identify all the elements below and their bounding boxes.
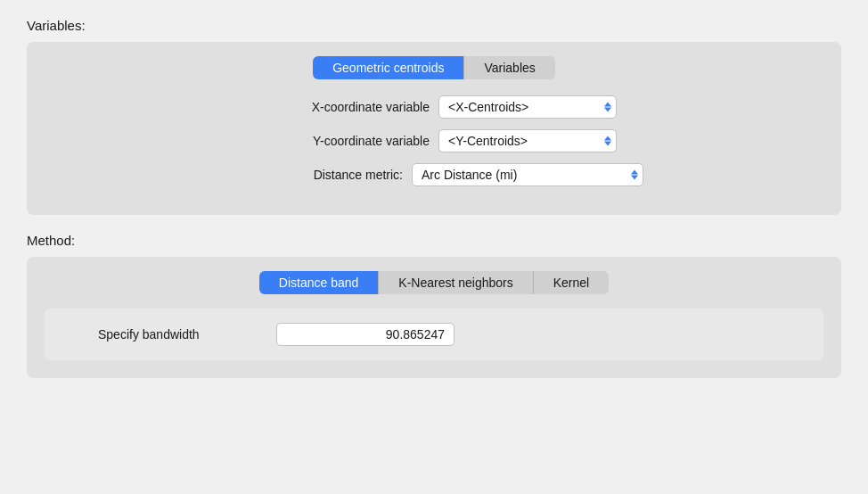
method-section: Method: Distance band K-Nearest neighbor…: [27, 233, 841, 378]
distance-metric-label: Distance metric:: [225, 168, 403, 182]
x-coordinate-select-wrapper: <X-Centroids>: [438, 95, 617, 119]
y-coordinate-label: Y-coordinate variable: [251, 134, 430, 148]
distance-metric-select-wrapper: Arc Distance (mi) Euclidean Distance (mi…: [412, 163, 643, 186]
distance-metric-row: Distance metric: Arc Distance (mi) Eucli…: [45, 163, 823, 186]
y-coordinate-select-wrapper: <Y-Centroids>: [438, 129, 617, 152]
method-inner-panel: Specify bandwidth: [45, 309, 823, 360]
x-coordinate-label: X-coordinate variable: [251, 100, 430, 114]
x-coordinate-row: X-coordinate variable <X-Centroids>: [45, 95, 823, 119]
tab-kernel[interactable]: Kernel: [534, 271, 609, 294]
variables-section: Variables: Geometric centroids Variables…: [27, 18, 841, 215]
y-coordinate-row: Y-coordinate variable <Y-Centroids>: [45, 129, 823, 152]
bandwidth-input[interactable]: [276, 323, 454, 346]
tab-geometric-centroids[interactable]: Geometric centroids: [313, 56, 464, 79]
variables-tab-group: Geometric centroids Variables: [45, 56, 823, 79]
method-tab-group: Distance band K-Nearest neighbors Kernel: [45, 271, 823, 294]
method-section-label: Method:: [27, 233, 841, 248]
tab-distance-band[interactable]: Distance band: [259, 271, 380, 294]
distance-metric-select[interactable]: Arc Distance (mi) Euclidean Distance (mi…: [412, 163, 643, 186]
y-coordinate-select[interactable]: <Y-Centroids>: [438, 129, 617, 152]
method-panel: Distance band K-Nearest neighbors Kernel…: [27, 257, 841, 378]
tab-variables[interactable]: Variables: [464, 56, 554, 79]
bandwidth-label: Specify bandwidth: [98, 327, 276, 342]
tab-k-nearest[interactable]: K-Nearest neighbors: [379, 271, 533, 294]
x-coordinate-select[interactable]: <X-Centroids>: [438, 95, 617, 119]
variables-panel: Geometric centroids Variables X-coordina…: [27, 42, 841, 215]
variables-section-label: Variables:: [27, 18, 841, 33]
bandwidth-row: Specify bandwidth: [62, 323, 806, 346]
